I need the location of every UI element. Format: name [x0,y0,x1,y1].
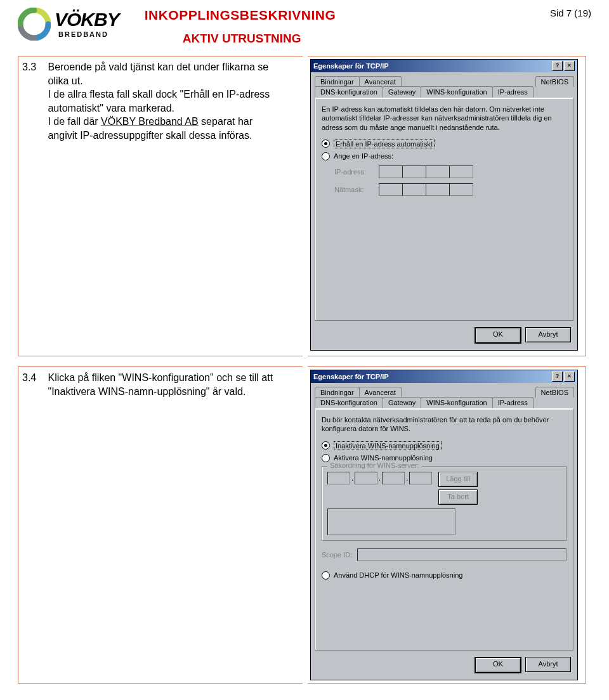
tab-ip-adress[interactable]: IP-adress [492,86,534,98]
logo-swirl-icon [18,8,51,41]
ok-button[interactable]: OK [475,657,521,673]
tab-avancerat[interactable]: Avancerat [359,387,402,398]
step-number: 3.4 [22,371,45,385]
ip-address-field[interactable] [379,165,473,178]
radio-dhcp-wins-label: Använd DHCP för WINS-namnupplösning [334,571,462,579]
logo: VÖKBY BREDBAND [18,8,119,41]
ip-description: En IP-adress kan automatiskt tilldelas d… [322,105,566,132]
tab-bindningar[interactable]: Bindningar [315,76,360,87]
dialog-titlebar: Egenskaper för TCP/IP ? × [311,60,577,72]
dialog-title: Egenskaper för TCP/IP [313,373,389,380]
tab-netbios[interactable]: NetBIOS [535,76,574,87]
radio-auto-ip[interactable] [322,139,330,148]
tab-gateway[interactable]: Gateway [383,397,421,408]
doc-subtitle: AKTIV UTRUSTNING [145,32,550,46]
groupbox-title: Sökordning för WINS-server: [327,462,422,469]
tab-avancerat[interactable]: Avancerat [359,76,402,87]
radio-enable-wins-label: Aktivera WINS-namnupplösning [334,454,433,462]
remove-button[interactable]: Ta bort [438,489,478,505]
logo-name: VÖKBY [55,10,119,29]
add-button[interactable]: Lägg till [438,472,478,487]
netmask-field[interactable] [379,183,473,196]
radio-manual-ip-label: Ange en IP-adress: [334,152,393,160]
screenshot-3-3: Egenskaper för TCP/IP ? × Bindningar Ava… [308,56,586,356]
logo-subtitle: BREDBAND [58,30,119,38]
radio-dhcp-wins[interactable] [322,571,330,580]
doc-title: INKOPPLINGSBESKRIVNING [145,8,550,23]
step-3-3-line-c-pre: I de fall där [48,116,101,127]
cancel-button[interactable]: Avbryt [525,327,571,342]
doc-header: VÖKBY BREDBAND INKOPPLINGSBESKRIVNING AK… [18,8,591,46]
step-3-3-line-b: I de allra flesta fall skall dock "Erhål… [48,89,270,113]
tab-dns[interactable]: DNS-konfiguration [315,86,383,98]
step-3-4-text: 3.4 Klicka på fliken "WINS-konfiguration… [18,366,303,684]
step-3-4-body: Klicka på fliken "WINS-konfiguration" oc… [48,371,282,398]
dialog-titlebar: Egenskaper för TCP/IP ? × [311,370,577,383]
tab-wins[interactable]: WINS-konfiguration [421,397,492,408]
ip-address-label: IP-adress: [334,168,372,176]
wins-server-groupbox: Sökordning för WINS-server: ... Lägg til… [322,466,566,541]
cancel-button[interactable]: Avbryt [525,657,571,672]
page-number: Sid 7 (19) [550,8,591,18]
tab-bindningar[interactable]: Bindningar [315,387,360,398]
wins-description: Du bör kontakta nätverksadministratören … [322,415,566,434]
step-3-3-line-a: Beroende på vald tjänst kan det under fl… [48,62,268,86]
scope-id-label: Scope ID: [322,551,352,559]
step-3-3-text: 3.3 Beroende på vald tjänst kan det unde… [18,56,303,356]
help-button[interactable]: ? [552,61,563,71]
tab-wins[interactable]: WINS-konfiguration [421,86,492,98]
radio-disable-wins[interactable] [322,441,330,450]
dialog-title: Egenskaper för TCP/IP [313,62,389,70]
step-number: 3.3 [22,60,45,74]
tab-gateway[interactable]: Gateway [383,86,421,98]
tab-ip-adress[interactable]: IP-adress [492,397,534,408]
wins-server-input[interactable]: ... [327,472,432,484]
screenshot-3-4: Egenskaper för TCP/IP ? × Bindningar Ava… [308,366,586,684]
radio-disable-wins-label: Inaktivera WINS-namnupplösning [334,441,442,450]
help-button[interactable]: ? [552,372,563,382]
vokby-link[interactable]: VÖKBY Bredband AB [101,116,199,127]
wins-server-list[interactable] [327,509,455,535]
radio-manual-ip[interactable] [322,152,330,160]
scope-id-input[interactable] [357,548,566,561]
ok-button[interactable]: OK [475,327,521,344]
radio-auto-ip-label: Erhåll en IP-adress automatiskt [334,139,435,148]
tab-dns[interactable]: DNS-konfiguration [315,397,383,408]
tab-netbios[interactable]: NetBIOS [535,387,574,398]
close-button[interactable]: × [564,61,575,71]
netmask-label: Nätmask: [334,186,372,193]
close-button[interactable]: × [564,372,575,382]
